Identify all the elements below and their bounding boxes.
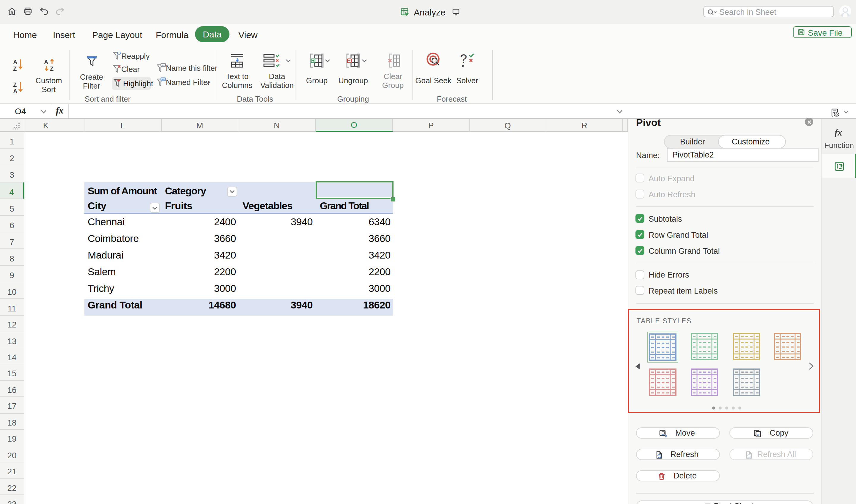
svg-text:abc: abc <box>161 64 165 67</box>
svg-text:Z: Z <box>13 82 17 88</box>
svg-text:A: A <box>13 59 17 65</box>
svg-text:A: A <box>13 88 17 94</box>
svg-text:Z: Z <box>50 65 54 71</box>
svg-text:abc: abc <box>161 78 165 81</box>
svg-text:?: ? <box>460 52 467 66</box>
svg-text:Z: Z <box>13 65 17 72</box>
svg-text:A: A <box>44 59 48 65</box>
